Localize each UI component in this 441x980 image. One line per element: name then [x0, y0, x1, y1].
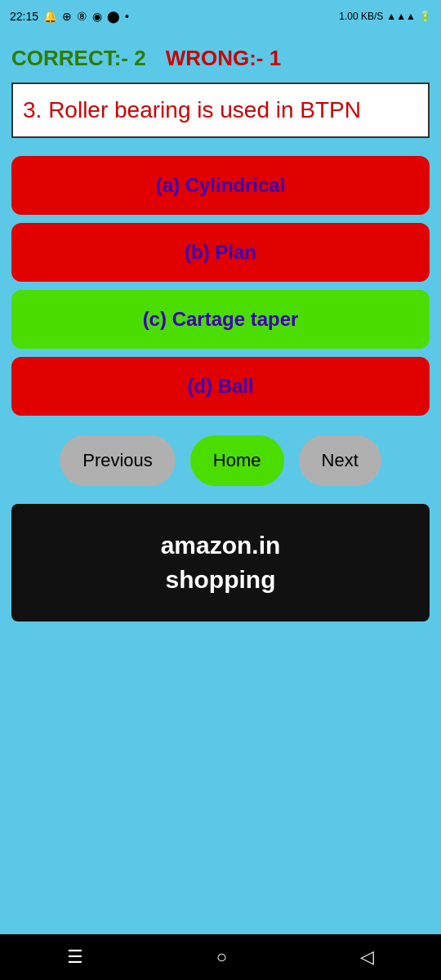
question-number: 3. — [23, 97, 42, 122]
camera-icon: ◉ — [92, 10, 102, 23]
ad-banner[interactable]: amazon.in shopping — [11, 504, 430, 621]
option-b-button[interactable]: (b) Plan — [11, 223, 430, 282]
status-right: 1.00 KB/S ▲▲▲ 🔋 — [339, 11, 431, 22]
bottom-nav-bar: ☰ ○ ◁ — [0, 934, 441, 980]
options-container: (a) Cylindrical (b) Plan (c) Cartage tap… — [11, 156, 430, 416]
main-content: CORRECT:- 2 WRONG:- 1 3. Roller bearing … — [0, 33, 441, 934]
wrong-score: WRONG:- 1 — [166, 46, 282, 71]
ad-line1: amazon.in — [28, 528, 413, 563]
circle-icon: ⬤ — [107, 10, 120, 23]
hotspot-icon: ⊕ — [62, 10, 72, 23]
option-c-button[interactable]: (c) Cartage taper — [11, 290, 430, 349]
nav-row: Previous Home Next — [11, 435, 430, 486]
question-body: Roller bearing is used in BTPN — [42, 97, 361, 122]
previous-button[interactable]: Previous — [60, 435, 176, 486]
network-speed: 1.00 KB/S — [339, 11, 383, 22]
status-left: 22:15 🔔 ⊕ ⑧ ◉ ⬤ • — [10, 10, 129, 23]
menu-icon[interactable]: ☰ — [47, 940, 103, 974]
signal-icon: ▲▲▲ — [386, 11, 416, 22]
score-row: CORRECT:- 2 WRONG:- 1 — [11, 46, 430, 71]
home-button[interactable]: Home — [190, 435, 284, 486]
battery-icon: 🔋 — [419, 11, 431, 22]
next-button[interactable]: Next — [299, 435, 381, 486]
status-bar: 22:15 🔔 ⊕ ⑧ ◉ ⬤ • 1.00 KB/S ▲▲▲ 🔋 — [0, 0, 441, 33]
option-a-button[interactable]: (a) Cylindrical — [11, 156, 430, 215]
question-box: 3. Roller bearing is used in BTPN — [11, 82, 430, 138]
back-icon[interactable]: ◁ — [341, 940, 394, 974]
time-display: 22:15 — [10, 10, 38, 23]
ad-line2: shopping — [28, 563, 413, 597]
notification-icon: 🔔 — [43, 10, 57, 23]
dot-icon: • — [125, 10, 129, 23]
option-d-button[interactable]: (d) Ball — [11, 357, 430, 416]
record-icon: ⑧ — [77, 10, 87, 23]
correct-score: CORRECT:- 2 — [11, 46, 146, 71]
home-icon[interactable]: ○ — [197, 940, 247, 974]
question-text: 3. Roller bearing is used in BTPN — [23, 96, 418, 125]
